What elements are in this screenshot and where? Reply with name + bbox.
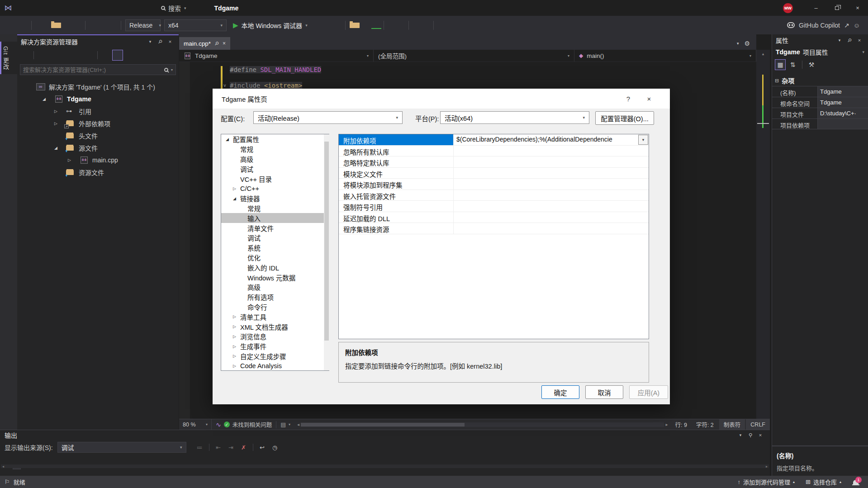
toggle-bookmark-icon[interactable] <box>436 20 446 31</box>
scrollbar-thumb[interactable] <box>301 423 465 426</box>
feedback-icon[interactable]: ☺ <box>854 22 860 29</box>
dialog-tree-item[interactable]: ▷ 生成事件 <box>221 341 329 351</box>
titlebar-search[interactable]: 搜索 ▾ <box>161 4 186 13</box>
dialog-tree-item[interactable]: 调试 <box>221 164 329 174</box>
dialog-close-button[interactable]: × <box>637 95 661 103</box>
tab-list-caret-icon[interactable]: ▾ <box>737 41 739 46</box>
panel-options-caret-icon[interactable]: ▾ <box>835 38 844 43</box>
cursor-column-indicator[interactable]: 字符: 2 <box>692 419 718 430</box>
word-wrap-icon[interactable]: ↩ <box>257 442 268 452</box>
nav-back-caret[interactable] <box>14 20 19 31</box>
restore-button[interactable] <box>826 0 847 16</box>
tree-expander-icon[interactable]: ◢ <box>226 137 233 142</box>
editor-horizontal-scrollbar[interactable]: ◂ ▸ <box>297 419 668 430</box>
cancel-button[interactable]: 取消 <box>585 385 623 399</box>
user-avatar[interactable]: MW <box>783 3 793 13</box>
select-repository-button[interactable]: ⊞ 选择仓库 ▴ <box>802 476 845 488</box>
run-options-caret[interactable] <box>322 20 327 31</box>
close-icon[interactable]: × <box>755 432 765 438</box>
dialog-tree-item[interactable]: 高级 <box>221 154 329 164</box>
tree-expander-icon[interactable]: ▷ <box>233 186 240 191</box>
solution-tree-item[interactable]: ◢ Tdgame <box>17 93 179 105</box>
outdent-icon[interactable] <box>421 20 431 31</box>
dialog-tree-item[interactable]: 高级 <box>221 282 329 292</box>
hot-reload-caret[interactable] <box>337 20 343 31</box>
code-analysis-icon[interactable]: ▤ <box>280 421 286 428</box>
dialog-title-bar[interactable]: Tdgame 属性页 ? × <box>213 89 670 109</box>
tree-expander-icon[interactable]: ◢ <box>43 97 54 101</box>
property-row[interactable]: 强制符号引用 ▾ <box>339 201 649 212</box>
add-to-source-control-button[interactable]: ↑ 添加到源代码管理 ▴ <box>734 476 799 488</box>
solution-search-box[interactable]: ▾ <box>20 64 176 75</box>
solution-tree-item[interactable]: 资源文件 <box>17 166 179 178</box>
output-content[interactable] <box>0 455 770 464</box>
property-row[interactable]: 项目文件 D:\studay\C+· <box>772 108 868 118</box>
redo-caret[interactable] <box>113 20 119 31</box>
pin-icon[interactable]: ⚲ <box>745 432 755 438</box>
attach-process-icon[interactable] <box>350 23 360 28</box>
dialog-tree-item[interactable]: Windows 元数据 <box>221 272 329 282</box>
dialog-help-button[interactable]: ? <box>619 95 637 103</box>
new-project-icon[interactable] <box>34 20 44 31</box>
tree-expander-icon[interactable]: ▷ <box>54 109 66 114</box>
configuration-manager-button[interactable]: 配置管理器(O)... <box>595 111 654 125</box>
new-project-caret[interactable] <box>44 20 49 31</box>
scroll-left-arrow-icon[interactable]: ◂ <box>2 464 4 469</box>
solution-search-input[interactable] <box>23 66 164 73</box>
prev-message-icon[interactable]: ⇤ <box>213 442 224 452</box>
property-row[interactable]: 嵌入托管资源文件 ▾ <box>339 190 649 201</box>
dialog-tree-scrollbar[interactable] <box>324 134 329 370</box>
dialog-tree-item[interactable]: 调试 <box>221 233 329 243</box>
close-icon[interactable]: × <box>165 39 175 44</box>
pointer-mode-icon[interactable] <box>386 20 396 31</box>
save-icon[interactable] <box>63 20 73 31</box>
indent-icon[interactable] <box>411 20 421 31</box>
switch-views-icon[interactable] <box>20 50 31 61</box>
dialog-tree-item[interactable]: ▷ 浏览信息 <box>221 332 329 341</box>
property-row[interactable]: 将模块添加到程序集 ▾ <box>339 179 649 190</box>
nav-project-dropdown[interactable]: Tdgame ▾ <box>179 50 374 62</box>
undo-caret[interactable] <box>98 20 103 31</box>
tree-expander-icon[interactable]: ▷ <box>68 158 80 162</box>
bottom-panel-tab[interactable] <box>22 468 29 469</box>
alphabetical-view-icon[interactable]: ⇅ <box>787 59 798 70</box>
code-health-icon[interactable]: ∿ <box>216 421 221 428</box>
pin-icon[interactable]: ⚲ <box>844 35 855 46</box>
scroll-up-arrow-icon[interactable]: ▴ <box>756 52 770 56</box>
property-pages-wrench-icon[interactable]: ⚒ <box>806 59 817 70</box>
platform-dropdown[interactable]: x64▾ <box>164 19 227 31</box>
solution-tree-item[interactable]: ◢ 源文件 <box>17 142 179 154</box>
save-all-icon[interactable] <box>73 20 83 31</box>
property-row[interactable]: 模块定义文件 ▾ <box>339 168 649 179</box>
dialog-tree-item[interactable]: 输入 <box>221 213 329 223</box>
hot-reload-icon[interactable] <box>327 20 337 31</box>
copy-code-icon[interactable] <box>396 20 406 31</box>
properties-icon[interactable] <box>84 50 95 61</box>
tabs-mode-indicator[interactable]: 制表符 <box>719 419 745 430</box>
editor-settings-gear-icon[interactable]: ⚙ <box>744 40 750 47</box>
breakpoint-margin[interactable] <box>179 62 190 419</box>
property-row[interactable]: 项目依赖项 <box>772 118 868 129</box>
dialog-tree-item[interactable]: 常规 <box>221 204 329 213</box>
tree-expander-icon[interactable]: ▷ <box>233 324 240 329</box>
property-row[interactable]: 忽略所有默认库 ▾ <box>339 146 649 157</box>
zoom-dropdown[interactable]: 80 % ▾ <box>179 419 212 430</box>
dialog-tree-item[interactable]: 所有选项 <box>221 292 329 302</box>
tree-expander-icon[interactable]: ▷ <box>233 364 240 368</box>
dialog-tree-item[interactable]: ▷ Code Analysis <box>221 361 329 371</box>
output-horizontal-scrollbar[interactable]: ◂ ▸ <box>1 464 769 468</box>
property-row[interactable]: 根命名空间 Tdgame <box>772 97 868 108</box>
property-row[interactable]: 程序集链接资源 ▾ <box>339 223 649 234</box>
solution-tree-item[interactable]: 头文件 <box>17 129 179 142</box>
property-row[interactable]: 忽略特定默认库 ▾ <box>339 156 649 168</box>
platform-combo[interactable]: 活动(x64) ▾ <box>440 111 589 124</box>
ok-button[interactable]: 确定 <box>541 385 579 399</box>
dialog-tree-item[interactable]: 嵌入的 IDL <box>221 262 329 272</box>
timestamp-icon[interactable]: ◷ <box>270 442 280 452</box>
pin-icon[interactable]: ⚲ <box>155 39 165 45</box>
dialog-tree-item[interactable]: ◢ 链接器 <box>221 194 329 204</box>
value-dropdown-button[interactable]: ▾ <box>638 135 648 145</box>
bottom-panel-tab[interactable] <box>5 468 12 469</box>
close-button[interactable]: × <box>847 0 868 16</box>
dialog-tree-item[interactable]: 清单文件 <box>221 223 329 233</box>
